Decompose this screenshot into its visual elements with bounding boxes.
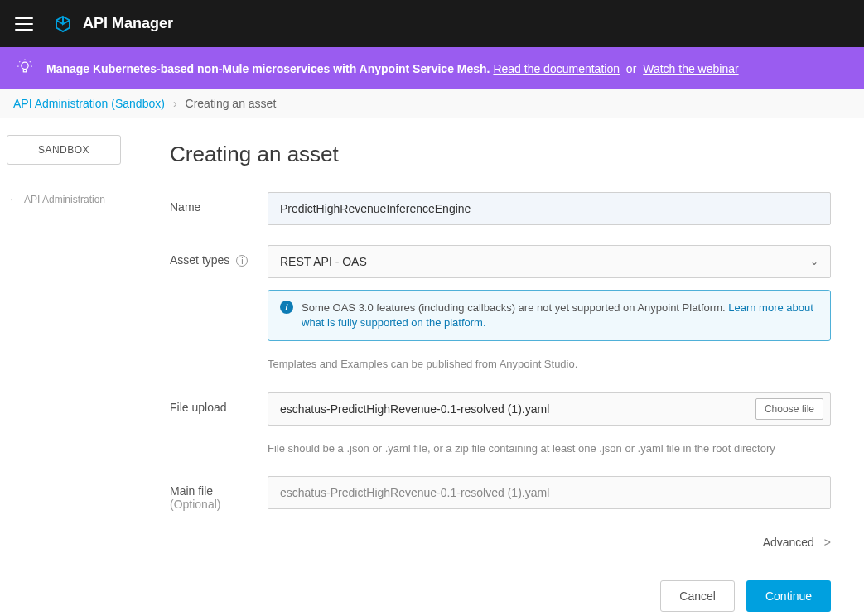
menu-icon[interactable]: [15, 17, 33, 31]
main-content: Creating an asset Name Asset types i RES…: [128, 118, 864, 616]
asset-types-select[interactable]: REST API - OAS ⌄: [268, 245, 831, 278]
continue-button[interactable]: Continue: [746, 580, 831, 612]
file-upload-label: File upload: [170, 392, 268, 414]
sidebar: SANDBOX ← API Administration: [0, 118, 128, 616]
breadcrumb-parent[interactable]: API Administration (Sandbox): [13, 97, 165, 110]
top-header: API Manager: [0, 0, 864, 47]
breadcrumb-current: Creating an asset: [186, 97, 277, 110]
svg-point-1: [22, 62, 28, 69]
webinar-link[interactable]: Watch the webinar: [643, 62, 738, 75]
cancel-button[interactable]: Cancel: [660, 580, 735, 612]
arrow-left-icon: ←: [8, 193, 19, 205]
chevron-right-icon: >: [824, 536, 831, 549]
svg-line-3: [19, 61, 20, 62]
main-file-select[interactable]: eschatus-PredictHighRevenue-0.1-resolved…: [268, 476, 831, 509]
advanced-toggle[interactable]: Advanced >: [170, 536, 831, 549]
file-upload-field: eschatus-PredictHighRevenue-0.1-resolved…: [268, 392, 831, 426]
environment-selector[interactable]: SANDBOX: [7, 135, 121, 165]
file-upload-helper: File should be a .json or .yaml file, or…: [268, 440, 831, 457]
choose-file-button[interactable]: Choose file: [755, 398, 823, 420]
announcement-banner: Manage Kubernetes-based non-Mule microse…: [0, 47, 864, 89]
chevron-down-icon: ⌄: [810, 256, 818, 267]
asset-types-helper: Templates and Examples can be published …: [268, 356, 831, 373]
lightbulb-icon: [17, 59, 33, 78]
main-file-label: Main file (Optional): [170, 476, 268, 511]
file-name: eschatus-PredictHighRevenue-0.1-resolved…: [280, 402, 755, 416]
doc-link[interactable]: Read the documentation: [493, 62, 620, 75]
chevron-right-icon: ›: [173, 97, 177, 110]
info-circle-icon: i: [280, 301, 293, 314]
breadcrumb: API Administration (Sandbox) › Creating …: [0, 89, 864, 118]
back-nav[interactable]: ← API Administration: [7, 193, 121, 205]
svg-line-4: [30, 61, 31, 62]
name-label: Name: [170, 192, 268, 214]
page-title: Creating an asset: [170, 142, 831, 167]
app-title: API Manager: [83, 15, 173, 32]
info-icon[interactable]: i: [236, 255, 248, 267]
name-input[interactable]: [268, 192, 831, 225]
info-box: i Some OAS 3.0 features (including callb…: [268, 290, 831, 341]
svg-rect-7: [23, 70, 26, 72]
asset-types-label: Asset types i: [170, 245, 268, 267]
logo-icon: [53, 14, 73, 34]
banner-text: Manage Kubernetes-based non-Mule microse…: [46, 62, 739, 75]
